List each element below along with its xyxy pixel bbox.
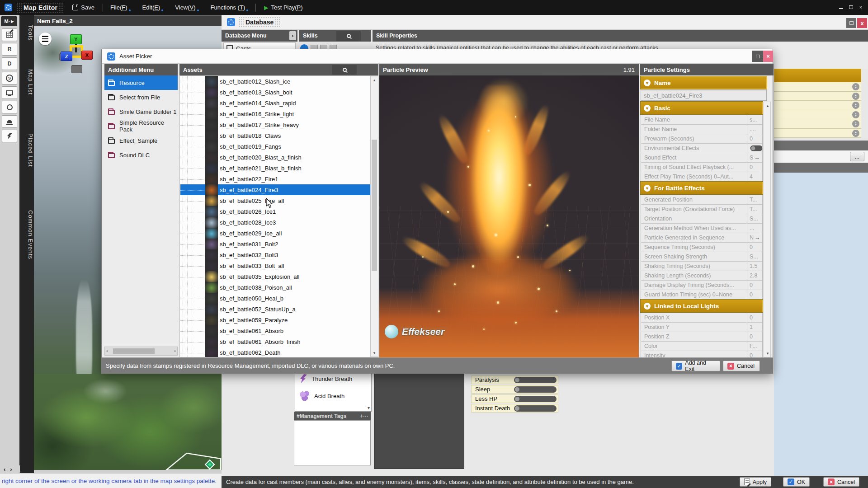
- scroll-right-icon[interactable]: ›: [174, 348, 176, 353]
- more-options-button[interactable]: ...: [850, 152, 864, 161]
- stamp-tool-button[interactable]: [2, 115, 17, 128]
- asset-row[interactable]: sb_ef_battle050_Heal_b: [180, 293, 371, 304]
- resource-tool-button[interactable]: R: [2, 43, 17, 56]
- cancel-button[interactable]: ×Cancel: [823, 477, 859, 487]
- setting-row-target-position-gravitational-force[interactable]: Target Position (Gravitational Force)T..…: [641, 205, 763, 214]
- state-row-instant-death[interactable]: Instant Death: [471, 404, 558, 413]
- setting-value[interactable]: 0: [747, 281, 762, 290]
- asset-row[interactable]: sb_ef_battle031_Bolt2: [180, 239, 371, 249]
- setting-value[interactable]: S→: [747, 153, 762, 162]
- gizmo-x-axis[interactable]: X: [81, 51, 93, 60]
- sidebar-tab-map-list[interactable]: Map List: [19, 69, 34, 95]
- setting-row-generated-position[interactable]: Generated PositionT...: [641, 195, 763, 205]
- sidebar-tab-tools[interactable]: Tools: [19, 25, 34, 41]
- setting-value[interactable]: S...: [747, 252, 762, 261]
- setting-row-position-z[interactable]: Position Z0: [641, 332, 763, 342]
- dialog-cancel-button[interactable]: ×Cancel: [723, 361, 760, 371]
- additional-menu-item-smile-game-builder-1[interactable]: Smile Game Builder 1: [104, 104, 178, 119]
- setting-value[interactable]: 0: [747, 243, 762, 252]
- setting-value[interactable]: 2.8: [747, 271, 762, 280]
- setting-row-screen-shaking-strength[interactable]: Screen Shaking StrengthS...: [641, 252, 763, 262]
- axis-gizmo[interactable]: Y Z X: [47, 32, 96, 77]
- map-viewport-scrollbar[interactable]: [34, 470, 222, 473]
- setting-row-damage-display-timing-seconds[interactable]: Damage Display Timing (Seconds...0: [641, 281, 763, 290]
- setting-row-position-x[interactable]: Position X0: [641, 313, 763, 323]
- apply-button[interactable]: Apply: [740, 477, 771, 487]
- value-spinner-icon[interactable]: ▲▼: [852, 102, 859, 109]
- setting-row-generation-method-when-used-as[interactable]: Generation Method When Used as......: [641, 224, 763, 233]
- scroll-left-icon[interactable]: ‹: [4, 466, 5, 473]
- toggle-off-icon[interactable]: [750, 145, 763, 151]
- asset-row[interactable]: sb_ef_battle016_Strike_light: [180, 108, 371, 119]
- value-spinner-icon[interactable]: ▲▼: [852, 83, 859, 90]
- property-row[interactable]: ▲▼: [774, 110, 861, 120]
- assets-search-button[interactable]: [332, 65, 357, 75]
- event-tool-button[interactable]: [2, 130, 17, 142]
- menu-file-f[interactable]: File(F): [108, 3, 133, 12]
- setting-row-effect-play-time-seconds-0-aut[interactable]: Effect Play Time (Seconds) 0=Aut...4: [641, 172, 763, 182]
- asset-row[interactable]: sb_ef_battle024_Fire3: [180, 184, 371, 195]
- asset-row[interactable]: sb_ef_battle019_Fangs: [180, 141, 371, 152]
- dialog-close-button[interactable]: ×: [763, 51, 773, 62]
- setting-row-timing-of-sound-effect-playback[interactable]: Timing of Sound Effect Playback (...0: [641, 163, 763, 172]
- dialog-title-bar[interactable]: Asset Picker: [102, 49, 773, 64]
- scroll-right-icon[interactable]: ›: [10, 466, 12, 473]
- asset-row[interactable]: sb_ef_battle052_StatusUp_a: [180, 304, 371, 314]
- scrollbar-thumb[interactable]: [372, 140, 377, 271]
- state-row-paralysis[interactable]: Paralysis: [471, 375, 558, 384]
- setting-value[interactable]: 0: [747, 134, 762, 143]
- setting-value[interactable]: 0: [747, 313, 762, 322]
- window-close-button[interactable]: ×: [857, 4, 864, 10]
- additional-menu-item-simple-resource-pack[interactable]: Simple Resource Pack: [104, 119, 178, 133]
- display-tool-button[interactable]: [2, 86, 17, 99]
- name-value-field[interactable]: sb_ef_battle024_Fire3: [641, 90, 767, 101]
- properties-section-header[interactable]: [774, 69, 861, 82]
- ok-button[interactable]: ✓OK: [783, 477, 810, 487]
- asset-row[interactable]: sb_ef_battle028_Ice3: [180, 217, 371, 228]
- setting-value[interactable]: 1.5: [747, 262, 762, 271]
- setting-row-color[interactable]: ColorF...: [641, 342, 763, 351]
- setting-value[interactable]: N→: [747, 233, 762, 242]
- setting-row-prewarm-seconds[interactable]: Prewarm (Seconds)0: [641, 134, 763, 144]
- database-close-button[interactable]: x: [857, 18, 867, 28]
- setting-value[interactable]: 0: [747, 163, 762, 172]
- asset-row[interactable]: sb_ef_battle032_Bolt3: [180, 249, 371, 260]
- asset-row[interactable]: sb_ef_battle033_Bolt_all: [180, 260, 371, 271]
- setting-value[interactable]: 0: [747, 290, 762, 299]
- toggle-off-icon[interactable]: [514, 405, 557, 412]
- setting-value[interactable]: S...: [747, 214, 762, 223]
- value-spinner-icon[interactable]: ▲▼: [852, 120, 859, 127]
- asset-row[interactable]: sb_ef_battle017_Strike_heavy: [180, 119, 371, 130]
- map-expander-button[interactable]: M·▶: [1, 16, 17, 26]
- setting-value[interactable]: F...: [747, 342, 762, 351]
- state-row-less-hp[interactable]: Less HP: [471, 394, 558, 403]
- setting-value[interactable]: ....: [747, 125, 762, 134]
- toggle-off-icon[interactable]: [514, 396, 557, 402]
- setting-row-sound-effect[interactable]: Sound EffectS→: [641, 153, 763, 163]
- window-restore-button[interactable]: [847, 4, 854, 10]
- particle-preview-canvas[interactable]: Effekseer: [379, 75, 639, 357]
- asset-list[interactable]: sb_ef_battle012_Slash_icesb_ef_battle013…: [179, 75, 378, 357]
- section-header-basic[interactable]: ▾Basic: [641, 102, 763, 114]
- state-row-sleep[interactable]: Sleep: [471, 385, 558, 394]
- skill-item-acid-breath[interactable]: Acid Breath: [295, 387, 371, 404]
- scroll-down-icon[interactable]: ▾: [764, 350, 771, 357]
- property-row[interactable]: ▲▼: [774, 101, 861, 110]
- setting-row-shaking-timing-seconds[interactable]: Shaking Timing (Seconds)1.5: [641, 262, 763, 271]
- setting-value[interactable]: 1: [747, 323, 762, 332]
- additional-menu-item-sound-dlc[interactable]: Sound DLC: [104, 148, 178, 162]
- asset-row[interactable]: sb_ef_battle061_Absorb: [180, 325, 371, 336]
- setting-value[interactable]: 0: [747, 332, 762, 341]
- toggle-off-icon[interactable]: [514, 386, 557, 393]
- asset-row[interactable]: sb_ef_battle029_Ice_all: [180, 228, 371, 239]
- setting-row-shaking-length-seconds[interactable]: Shaking Length (Seconds)2.8: [641, 271, 763, 281]
- asset-row[interactable]: sb_ef_battle013_Slash_bolt: [180, 87, 371, 98]
- setting-value[interactable]: 4: [747, 172, 762, 181]
- additional-menu-scrollbar[interactable]: ‹ ›: [104, 347, 178, 356]
- asset-row[interactable]: sb_ef_battle025_Fire_all: [180, 195, 371, 206]
- jump-arrow-icon[interactable]: →: [754, 155, 760, 161]
- section-header-for-battle-effects[interactable]: ▾For Battle Effects: [641, 182, 763, 194]
- settings-scrollbar[interactable]: ▴ ▾: [764, 102, 771, 357]
- value-spinner-icon[interactable]: ▲▼: [852, 111, 859, 118]
- system-tool-button[interactable]: S: [2, 72, 17, 84]
